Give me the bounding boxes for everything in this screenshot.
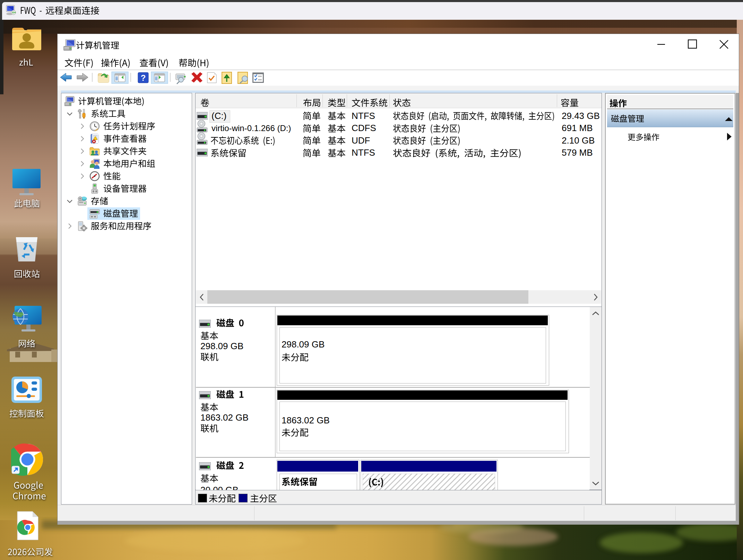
svg-text:?: ? (141, 73, 146, 83)
